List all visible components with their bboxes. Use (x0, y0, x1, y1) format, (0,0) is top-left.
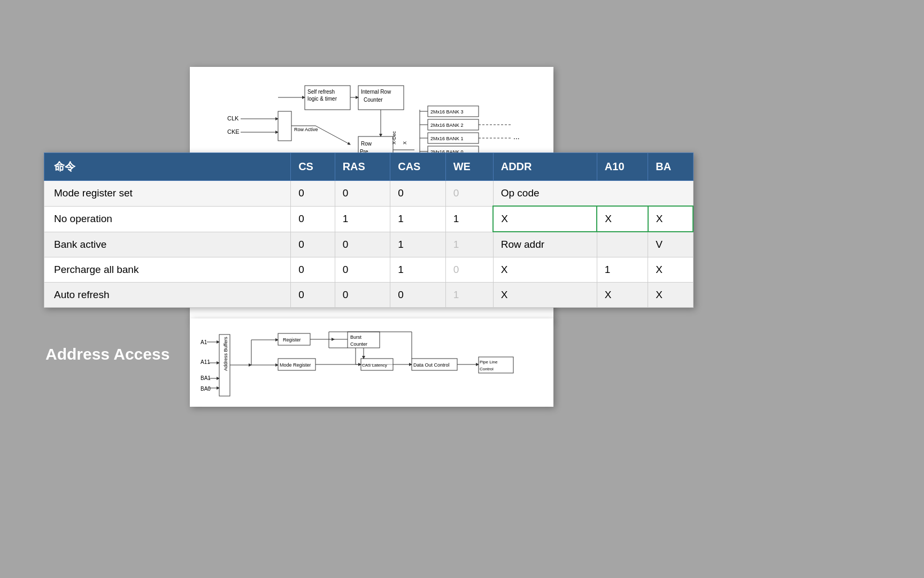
cmd-cell: No operation (44, 206, 291, 232)
header-ras: RAS (335, 153, 390, 181)
svg-text:2Mx16 BANK 2: 2Mx16 BANK 2 (430, 123, 464, 128)
table-row: Percharge all bank 0 0 1 0 X 1 X (44, 257, 694, 283)
svg-text:Self refresh: Self refresh (307, 89, 335, 95)
addr-cell: X (493, 283, 597, 308)
header-we: WE (445, 153, 493, 181)
table-row: Bank active 0 0 1 1 Row addr V (44, 232, 694, 257)
header-cs: CS (291, 153, 335, 181)
svg-text:X-Dec: X-Dec (391, 131, 397, 144)
ras-cell: 0 (335, 257, 390, 283)
cmd-cell: Percharge all bank (44, 257, 291, 283)
header-command: 命令 (44, 153, 291, 181)
svg-rect-4 (278, 111, 291, 141)
table-row: No operation 0 1 1 1 X X X (44, 206, 694, 232)
ras-cell: 0 (335, 232, 390, 257)
svg-text:2Mx16 BANK 1: 2Mx16 BANK 1 (430, 136, 464, 141)
table-row: Mode register set 0 0 0 0 Op code (44, 181, 694, 207)
svg-text:...: ... (513, 132, 520, 141)
svg-text:Internal Row: Internal Row (361, 89, 391, 95)
we-cell: 1 (445, 206, 493, 232)
svg-text:Address Buffers: Address Buffers (223, 337, 228, 371)
svg-text:Mode Register: Mode Register (280, 362, 311, 368)
we-cell: 0 (445, 257, 493, 283)
ras-cell: 0 (335, 181, 390, 207)
cas-cell: 1 (390, 206, 446, 232)
svg-text:Row: Row (361, 141, 372, 147)
svg-text:logic & timer: logic & timer (307, 96, 337, 102)
a10-cell-highlighted: X (597, 206, 648, 232)
svg-text:A11: A11 (201, 359, 210, 365)
addr-cell-highlighted: X (493, 206, 597, 232)
svg-text:X: X (402, 141, 407, 144)
a10-cell: X (597, 283, 648, 308)
ras-cell: 0 (335, 283, 390, 308)
svg-text:Row Active: Row Active (294, 127, 318, 132)
ba-cell: X (648, 257, 693, 283)
cas-cell: 0 (390, 181, 446, 207)
ba-cell: X (648, 283, 693, 308)
a10-cell: 1 (597, 257, 648, 283)
a10-cell (597, 232, 648, 257)
ba-cell-highlighted: X (648, 206, 693, 232)
addr-cell: Row addr (493, 232, 597, 257)
we-cell: 1 (445, 232, 493, 257)
header-a10: A10 (597, 153, 648, 181)
cas-cell: 0 (390, 283, 446, 308)
we-cell: 0 (445, 181, 493, 207)
cs-cell: 0 (291, 181, 335, 207)
svg-text:Pipe Line: Pipe Line (480, 360, 498, 364)
cs-cell: 0 (291, 257, 335, 283)
svg-text:A1: A1 (201, 339, 207, 345)
svg-text:CKE: CKE (227, 128, 240, 135)
svg-text:CAS Latency: CAS Latency (362, 363, 387, 368)
cas-cell: 1 (390, 257, 446, 283)
cmd-cell: Bank active (44, 232, 291, 257)
we-cell: 1 (445, 283, 493, 308)
svg-text:BA0: BA0 (201, 386, 211, 392)
header-cas: CAS (390, 153, 446, 181)
cs-cell: 0 (291, 206, 335, 232)
table-row: Auto refresh 0 0 0 1 X X X (44, 283, 694, 308)
command-table: 命令 CS RAS CAS WE ADDR A10 BA Mode regist… (44, 153, 694, 308)
cmd-cell: Auto refresh (44, 283, 291, 308)
addr-cell: X (493, 257, 597, 283)
svg-text:2Mx16 BANK 3: 2Mx16 BANK 3 (430, 109, 464, 115)
svg-text:Counter: Counter (350, 341, 367, 347)
ras-cell: 1 (335, 206, 390, 232)
svg-text:Data Out Control: Data Out Control (413, 362, 450, 368)
svg-text:Control: Control (480, 367, 494, 371)
svg-text:Counter: Counter (364, 97, 383, 103)
svg-text:Register: Register (283, 337, 301, 343)
addr-cell: Op code (493, 181, 693, 207)
address-access-label: Address Access (45, 345, 170, 363)
cas-cell: 1 (390, 232, 446, 257)
header-ba: BA (648, 153, 693, 181)
cmd-cell: Mode register set (44, 181, 291, 207)
svg-text:Burst: Burst (350, 334, 362, 340)
svg-text:CLK: CLK (227, 115, 239, 121)
ba-cell: V (648, 232, 693, 257)
header-addr: ADDR (493, 153, 597, 181)
cs-cell: 0 (291, 283, 335, 308)
cs-cell: 0 (291, 232, 335, 257)
svg-line-7 (315, 126, 350, 144)
